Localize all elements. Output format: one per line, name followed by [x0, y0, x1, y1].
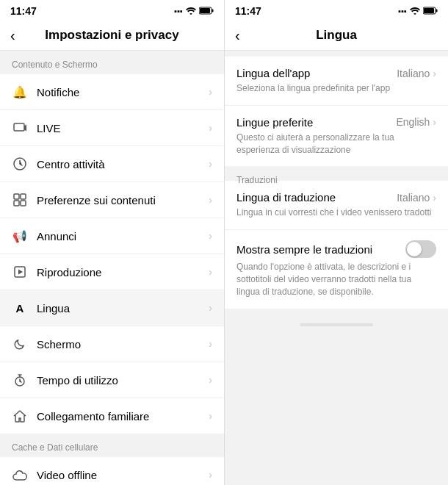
lingue-preferite-value: English ›	[396, 116, 436, 128]
bell-icon: 🔔	[12, 84, 28, 100]
svg-rect-8	[21, 201, 26, 206]
bottom-indicator-right	[300, 323, 373, 326]
menu-text-collegamento: Collegamento familiare	[37, 410, 209, 423]
battery-icon	[199, 7, 214, 16]
menu-text-live: LIVE	[37, 122, 209, 134]
signal-icon: ▪▪▪	[174, 7, 183, 15]
chevron-icon: ›	[209, 86, 212, 98]
chevron-icon: ›	[433, 68, 436, 79]
svg-marker-10	[18, 270, 23, 275]
chevron-icon: ›	[209, 266, 212, 278]
chevron-icon: ›	[209, 338, 212, 350]
left-status-icons: ▪▪▪	[174, 7, 214, 16]
svg-rect-14	[436, 9, 438, 12]
chevron-icon: ›	[209, 194, 212, 206]
left-time: 11:47	[10, 5, 37, 17]
language-icon: A	[12, 300, 28, 316]
section-label-cache: Cache e Dati cellulare	[0, 434, 224, 457]
chevron-icon: ›	[209, 230, 212, 242]
menu-text-riproduzione: Riproduzione	[37, 266, 209, 279]
menu-item-live[interactable]: LIVE ›	[0, 110, 224, 146]
cloud-icon	[12, 467, 28, 483]
right-time: 11:47	[235, 5, 261, 17]
menu-item-centro-attivita[interactable]: Centro attività ›	[0, 146, 224, 182]
settings-row-lingua-traduzione[interactable]: Lingua di traduzione Italiano › Lingua i…	[225, 181, 448, 230]
chevron-icon: ›	[209, 374, 212, 386]
menu-list-cache: Video offline › Libera spazio ›	[0, 457, 224, 485]
lingue-preferite-desc: Questo ci aiuterà a personalizzare la tu…	[236, 132, 436, 157]
menu-item-annunci[interactable]: 📢 Annunci ›	[0, 218, 224, 254]
megaphone-icon: 📢	[12, 228, 28, 244]
svg-rect-5	[14, 194, 19, 199]
left-status-bar: 11:47 ▪▪▪	[0, 0, 224, 21]
divider-traduzioni: Traduzioni	[225, 166, 448, 181]
left-nav-header: ‹ Impostazioni e privacy	[0, 21, 224, 51]
signal-icon: ▪▪▪	[398, 7, 407, 15]
menu-item-schermo[interactable]: Schermo ›	[0, 326, 224, 362]
live-icon	[12, 120, 28, 136]
menu-text-tempo: Tempo di utilizzo	[37, 374, 209, 387]
lingua-traduzione-title: Lingua di traduzione	[236, 191, 336, 204]
play-icon	[12, 264, 28, 280]
menu-text-annunci: Annunci	[37, 230, 209, 242]
menu-text-preferenze: Preferenze sui contenuti	[37, 194, 209, 206]
settings-group-app-lang: Lingua dell'app Italiano › Seleziona la …	[225, 57, 448, 166]
lingua-app-value: Italiano ›	[397, 68, 436, 79]
menu-text-video-offline: Video offline	[37, 469, 209, 481]
menu-list-contenuto: 🔔 Notifiche › LIVE › Centro attività ›	[0, 74, 224, 434]
right-panel: 11:47 ▪▪▪ ‹ Lingua Lingua dell'app Ital	[224, 0, 448, 485]
grid-icon	[12, 192, 28, 208]
settings-row-mostra-traduzioni[interactable]: Mostra sempre le traduzioni Quando l'opz…	[225, 230, 448, 308]
mostra-traduzioni-toggle[interactable]	[405, 240, 436, 258]
menu-item-notifiche[interactable]: 🔔 Notifiche ›	[0, 74, 224, 110]
chevron-icon: ›	[209, 469, 212, 481]
chevron-icon: ›	[209, 122, 212, 134]
settings-group-traduzioni: Lingua di traduzione Italiano › Lingua i…	[225, 181, 448, 308]
menu-text-schermo: Schermo	[37, 338, 209, 351]
lingua-app-title: Lingua dell'app	[236, 67, 310, 79]
clock-icon	[12, 156, 28, 172]
menu-text-lingua: Lingua	[37, 302, 209, 315]
svg-rect-7	[14, 201, 19, 206]
right-back-button[interactable]: ‹	[235, 27, 240, 44]
left-back-button[interactable]: ‹	[10, 27, 15, 44]
menu-item-tempo[interactable]: Tempo di utilizzo ›	[0, 362, 224, 398]
chevron-icon: ›	[209, 302, 212, 314]
svg-rect-6	[21, 194, 26, 199]
right-status-bar: 11:47 ▪▪▪	[225, 0, 448, 21]
mostra-traduzioni-desc: Quando l'opzione è attivata, le descrizi…	[236, 261, 436, 298]
lingue-preferite-title: Lingue preferite	[236, 116, 313, 129]
moon-icon	[12, 336, 28, 352]
left-panel: 11:47 ▪▪▪ ‹ Impostazioni e privacy Conte…	[0, 0, 224, 485]
home-icon	[12, 408, 28, 424]
lingua-traduzione-desc: Lingua in cui vorresti che i video venis…	[236, 206, 436, 219]
section-label-contenuto: Contenuto e Schermo	[0, 51, 224, 74]
wifi-icon	[186, 7, 196, 16]
chevron-icon: ›	[433, 116, 436, 128]
right-page-title: Lingua	[316, 28, 357, 43]
mostra-traduzioni-title: Mostra sempre le traduzioni	[236, 243, 372, 256]
right-nav-header: ‹ Lingua	[225, 21, 448, 51]
timer-icon	[12, 372, 28, 388]
svg-rect-2	[212, 9, 214, 12]
left-page-title: Impostazioni e privacy	[45, 28, 178, 43]
menu-text-notifiche: Notifiche	[37, 86, 209, 98]
menu-item-lingua[interactable]: A Lingua ›	[0, 290, 224, 326]
chevron-icon: ›	[209, 410, 212, 422]
chevron-icon: ›	[209, 158, 212, 170]
battery-icon	[423, 7, 438, 16]
chevron-icon: ›	[433, 192, 436, 204]
svg-rect-1	[200, 8, 210, 13]
svg-rect-3	[14, 123, 24, 131]
wifi-icon	[410, 7, 420, 16]
right-status-icons: ▪▪▪	[398, 7, 438, 16]
lingua-app-desc: Seleziona la lingua predefinita per l'ap…	[236, 82, 436, 95]
settings-row-lingua-app[interactable]: Lingua dell'app Italiano › Seleziona la …	[225, 57, 448, 106]
menu-item-collegamento[interactable]: Collegamento familiare ›	[0, 398, 224, 434]
menu-item-riproduzione[interactable]: Riproduzione ›	[0, 254, 224, 290]
lingua-traduzione-value: Italiano ›	[397, 192, 436, 204]
svg-rect-13	[424, 8, 434, 13]
menu-item-preferenze[interactable]: Preferenze sui contenuti ›	[0, 182, 224, 218]
settings-row-lingue-preferite[interactable]: Lingue preferite English › Questo ci aiu…	[225, 106, 448, 167]
menu-item-video-offline[interactable]: Video offline ›	[0, 457, 224, 485]
